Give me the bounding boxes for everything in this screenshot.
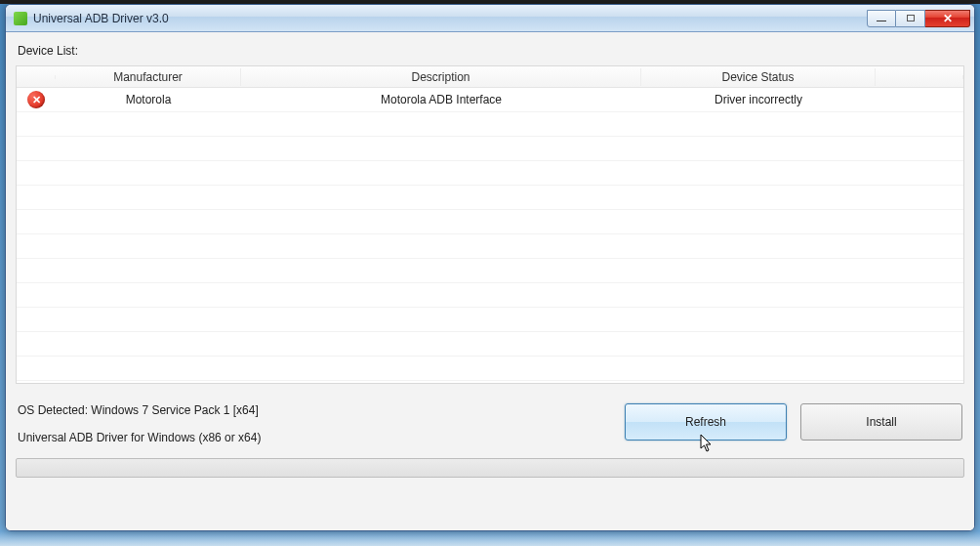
row-description: Motorola ADB Interface (241, 93, 641, 106)
header-description[interactable]: Description (241, 68, 641, 86)
close-icon: ✕ (943, 12, 953, 25)
table-row (17, 234, 963, 259)
app-icon (14, 12, 27, 25)
window-controls: ✕ (867, 10, 970, 27)
table-row (17, 112, 963, 137)
close-button[interactable]: ✕ (925, 10, 970, 27)
table-row (17, 283, 963, 308)
action-buttons: Refresh Install (625, 403, 964, 441)
table-row (17, 137, 963, 161)
product-label: Universal ADB Driver for Windows (x86 or… (18, 431, 625, 444)
install-button[interactable]: Install (800, 403, 962, 441)
minimize-button[interactable] (867, 10, 896, 27)
table-row (17, 308, 963, 332)
progress-bar (16, 458, 964, 478)
row-manufacturer: Motorola (56, 93, 241, 106)
table-row (17, 161, 963, 186)
row-status-cell: ✕ (17, 91, 56, 108)
table-row (17, 186, 963, 210)
minimize-icon (877, 21, 886, 22)
table-body: ✕ Motorola Motorola ADB Interface Driver… (17, 88, 963, 383)
table-row (17, 332, 963, 357)
header-icon-col[interactable] (17, 75, 56, 79)
footer-info: OS Detected: Windows 7 Service Pack 1 [x… (16, 403, 625, 444)
os-detected-label: OS Detected: Windows 7 Service Pack 1 [x… (18, 403, 625, 417)
header-manufacturer[interactable]: Manufacturer (56, 68, 241, 86)
row-device-status: Driver incorrectly (641, 93, 876, 106)
maximize-icon (907, 15, 915, 21)
desktop-background (0, 531, 980, 546)
app-window: Universal ADB Driver v3.0 ✕ Device List:… (5, 4, 975, 531)
window-title: Universal ADB Driver v3.0 (33, 12, 867, 25)
table-header: Manufacturer Description Device Status (17, 66, 963, 88)
client-area: Device List: Manufacturer Description De… (6, 32, 974, 530)
titlebar[interactable]: Universal ADB Driver v3.0 ✕ (6, 5, 974, 32)
device-list-label: Device List: (18, 44, 964, 58)
table-row[interactable]: ✕ Motorola Motorola ADB Interface Driver… (17, 88, 963, 112)
refresh-button[interactable]: Refresh (625, 403, 787, 441)
footer-area: OS Detected: Windows 7 Service Pack 1 [x… (16, 403, 964, 444)
header-device-status[interactable]: Device Status (641, 68, 876, 86)
maximize-button[interactable] (896, 10, 925, 27)
table-row (17, 210, 963, 234)
table-row (17, 259, 963, 283)
device-table: Manufacturer Description Device Status ✕… (16, 65, 964, 384)
table-row (17, 357, 963, 381)
header-pad (876, 75, 963, 79)
error-icon: ✕ (27, 91, 45, 108)
